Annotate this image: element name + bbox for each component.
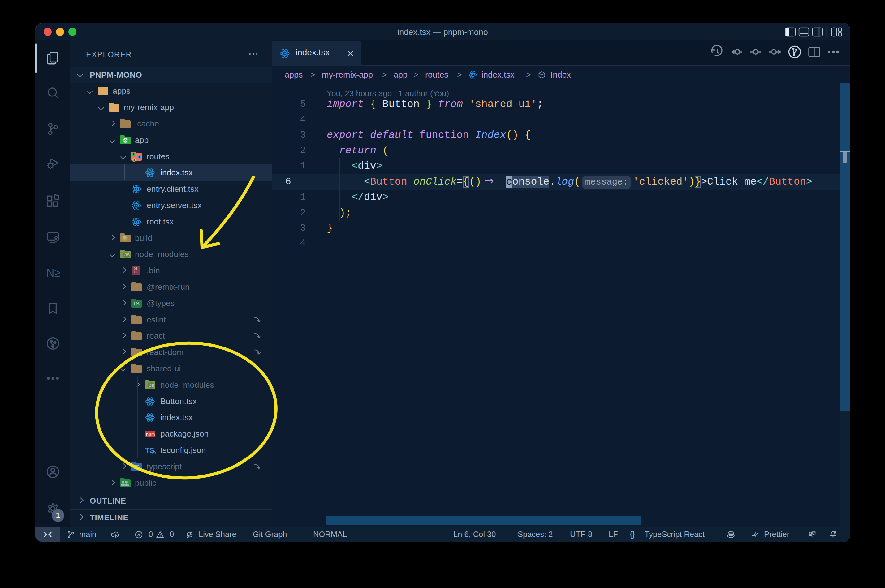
svg-text:N≥: N≥ [46, 267, 60, 279]
